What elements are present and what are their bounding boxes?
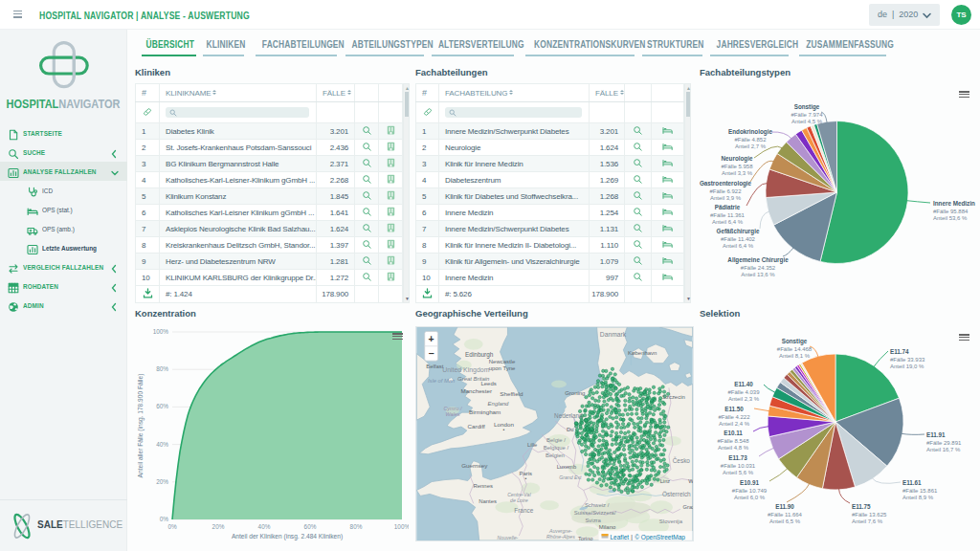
svg-text:E11.50: E11.50 <box>724 406 744 412</box>
svg-text:Groning: Groning <box>565 390 585 396</box>
svg-text:upon Tyne: upon Tyne <box>489 365 516 371</box>
svg-text:#Fälle 95.884: #Fälle 95.884 <box>933 209 969 214</box>
svg-text:Anteil 53,6 %: Anteil 53,6 % <box>933 215 968 221</box>
svg-text:Lille: Lille <box>527 442 537 448</box>
svg-text:Sonstige: Sonstige <box>794 103 820 111</box>
svg-text:Graz: Graz <box>683 504 694 510</box>
svg-text:40%: 40% <box>156 441 168 448</box>
svg-text:London: London <box>494 421 514 428</box>
svg-text:E11.75: E11.75 <box>852 503 871 510</box>
svg-text:France: France <box>514 507 533 514</box>
svg-text:•: • <box>503 428 505 432</box>
svg-text:Rennes: Rennes <box>473 483 492 489</box>
svg-text:#Fälle 10.749: #Fälle 10.749 <box>732 488 768 494</box>
svg-text:Leeds: Leeds <box>481 381 497 386</box>
svg-text:80%: 80% <box>350 523 363 530</box>
svg-text:E11.40: E11.40 <box>734 381 753 387</box>
svg-text:+: + <box>429 334 434 344</box>
svg-text:0%: 0% <box>160 516 169 522</box>
svg-text:Anteil 8,9 %: Anteil 8,9 % <box>902 495 934 500</box>
svg-text:Anteil 6,0 %: Anteil 6,0 % <box>734 495 766 500</box>
svg-text:#Fälle 11.361: #Fälle 11.361 <box>710 212 746 218</box>
svg-text:Torino: Torino <box>578 536 593 541</box>
svg-text:Anteil 5,6 %: Anteil 5,6 % <box>723 470 754 475</box>
svg-text:Isle of Man: Isle of Man <box>428 378 455 384</box>
svg-text:Österreich: Österreich <box>662 491 691 497</box>
svg-text:Cardiff: Cardiff <box>468 423 486 430</box>
svg-text:#Fälle 6.922: #Fälle 6.922 <box>709 188 742 194</box>
svg-text:#Fälle 24.352: #Fälle 24.352 <box>741 265 776 271</box>
svg-text:Allgemeine Chirurgie: Allgemeine Chirurgie <box>727 256 789 264</box>
svg-text:Du: Du <box>567 427 574 432</box>
svg-text:Gastroenterologie: Gastroenterologie <box>700 180 752 187</box>
svg-text:Gefäßchirurgie: Gefäßchirurgie <box>717 228 760 235</box>
svg-text:#Fälle 4.852: #Fälle 4.852 <box>734 137 767 143</box>
svg-text:England: England <box>488 401 509 407</box>
svg-text:Innere Medizin: Innere Medizin <box>933 200 975 207</box>
svg-text:#Fälle 5.958: #Fälle 5.958 <box>721 164 753 169</box>
svg-text:Anteil 6,4 %: Anteil 6,4 % <box>723 243 754 249</box>
svg-text:#Fälle 10.031: #Fälle 10.031 <box>721 463 756 469</box>
svg-text:Anteil 7,6 %: Anteil 7,6 % <box>852 518 883 524</box>
svg-text:Anteil 6,5 %: Anteil 6,5 % <box>769 518 801 524</box>
svg-text:Leaflet: Leaflet <box>610 534 629 540</box>
svg-text:#Fälle 7.974: #Fälle 7.974 <box>791 112 823 118</box>
svg-text:Newcastle: Newcastle <box>489 359 516 364</box>
svg-text:Nantes: Nantes <box>479 498 497 504</box>
svg-text:Sonstige: Sonstige <box>782 338 808 345</box>
svg-text:© OpenStreetMap: © OpenStreetMap <box>635 534 685 541</box>
svg-text:|: | <box>631 534 633 541</box>
svg-text:E11.91: E11.91 <box>926 431 946 438</box>
svg-text:100%: 100% <box>394 523 409 530</box>
svg-text:Anteil 13,6 %: Anteil 13,6 % <box>741 272 775 277</box>
svg-text:Belfast: Belfast <box>426 364 444 369</box>
svg-text:Luxemb: Luxemb <box>557 464 576 470</box>
svg-text:HOSPITALNAVIGATOR: HOSPITALNAVIGATOR <box>7 97 121 110</box>
svg-text:Grand Est: Grand Est <box>559 474 582 480</box>
svg-text:Anteil 4,8 %: Anteil 4,8 % <box>718 445 749 451</box>
svg-text:E11.73: E11.73 <box>728 454 747 461</box>
svg-text:Anteil 2,7 %: Anteil 2,7 % <box>735 143 767 149</box>
svg-text:Guernsey: Guernsey <box>461 462 488 469</box>
svg-text:Svizra: Svizra <box>585 518 601 523</box>
svg-text:Belgie /: Belgie / <box>546 437 566 443</box>
svg-text:Wales: Wales <box>445 411 459 417</box>
svg-text:Suisse/Svizzera/: Suisse/Svizzera/ <box>574 510 616 516</box>
svg-text:Belgien: Belgien <box>546 452 565 458</box>
svg-text:Wi: Wi <box>688 478 694 484</box>
svg-text:E10.11: E10.11 <box>724 430 743 436</box>
svg-text:−: − <box>429 348 434 359</box>
svg-text:E11.90: E11.90 <box>775 503 794 510</box>
svg-text:Anteil der Kliniken (insg. 2.4: Anteil der Kliniken (insg. 2.484 Klinike… <box>232 533 343 540</box>
svg-text:E10.91: E10.91 <box>740 479 759 486</box>
svg-text:Birmingham: Birmingham <box>469 408 501 415</box>
svg-text:Slovenija: Slovenija <box>659 518 683 524</box>
svg-text:#Fälle 4.039: #Fälle 4.039 <box>727 389 760 395</box>
svg-text:Endokrinologie: Endokrinologie <box>728 128 772 136</box>
svg-text:Anteil aller Fälle (insg. 178.: Anteil aller Fälle (insg. 178.900 Fälle) <box>137 374 145 478</box>
svg-text:Anteil 3,9 %: Anteil 3,9 % <box>710 195 742 201</box>
svg-text:#Fälle 13.625: #Fälle 13.625 <box>852 512 887 518</box>
svg-text:Anteil 2,3 %: Anteil 2,3 % <box>728 396 760 402</box>
svg-text:#Fälle 29.891: #Fälle 29.891 <box>926 440 962 446</box>
svg-text:Česko: Česko <box>673 456 691 464</box>
svg-text:100%: 100% <box>153 329 169 335</box>
svg-text:Edinburgh: Edinburgh <box>465 351 494 359</box>
svg-text:60%: 60% <box>304 523 317 530</box>
svg-text:Anteil 3,3 %: Anteil 3,3 % <box>722 170 753 176</box>
svg-text:20%: 20% <box>156 478 168 485</box>
svg-text:Anteil 2,4 %: Anteil 2,4 % <box>719 421 750 427</box>
svg-text:SALETELLIGENCE: SALETELLIGENCE <box>37 518 122 530</box>
svg-text:Nouvelle-: Nouvelle- <box>498 535 519 540</box>
svg-text:de Loire: de Loire <box>510 497 528 503</box>
svg-text:#Fälle 8.548: #Fälle 8.548 <box>717 438 749 444</box>
svg-text:E11.61: E11.61 <box>902 479 922 486</box>
svg-text:40%: 40% <box>258 523 271 530</box>
svg-text:Linz: Linz <box>660 478 671 484</box>
svg-text:Danmark: Danmark <box>600 331 627 338</box>
svg-text:Manchester: Manchester <box>460 387 492 394</box>
svg-text:#Fälle 11.664: #Fälle 11.664 <box>768 512 803 518</box>
svg-text:80%: 80% <box>156 365 168 372</box>
svg-text:#Fälle 14.468: #Fälle 14.468 <box>777 346 813 352</box>
svg-text:Anteil 6,4 %: Anteil 6,4 % <box>712 219 744 225</box>
